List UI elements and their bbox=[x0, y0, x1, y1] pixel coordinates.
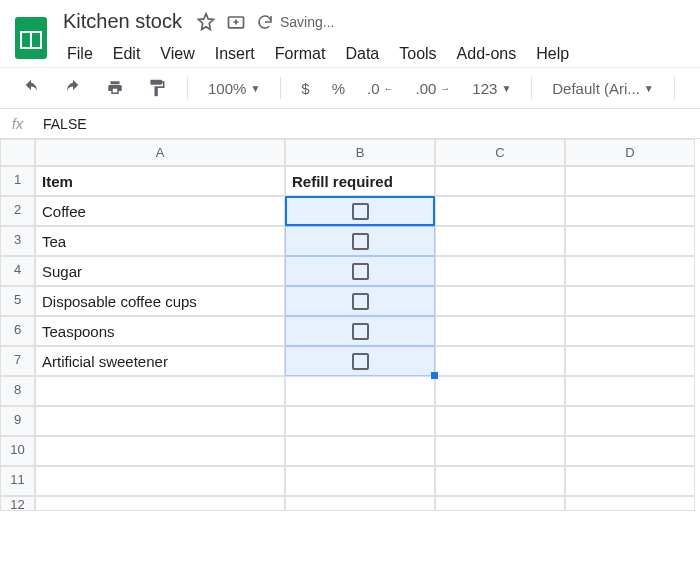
formula-input[interactable]: FALSE bbox=[35, 110, 700, 138]
cell-a8[interactable] bbox=[35, 376, 285, 406]
row-header-4[interactable]: 4 bbox=[0, 256, 35, 286]
move-icon[interactable] bbox=[226, 12, 246, 32]
cell-b10[interactable] bbox=[285, 436, 435, 466]
cell-b9[interactable] bbox=[285, 406, 435, 436]
toolbar: 100% ▼ $ % .0← .00→ 123▼ Default (Ari...… bbox=[0, 67, 700, 109]
fx-icon: fx bbox=[0, 109, 35, 138]
cell-c6[interactable] bbox=[435, 316, 565, 346]
cell-a6[interactable]: Teaspoons bbox=[35, 316, 285, 346]
cell-c12[interactable] bbox=[435, 496, 565, 511]
row-header-10[interactable]: 10 bbox=[0, 436, 35, 466]
cell-d3[interactable] bbox=[565, 226, 695, 256]
cell-d7[interactable] bbox=[565, 346, 695, 376]
paint-format-button[interactable] bbox=[141, 74, 173, 102]
cell-b7[interactable] bbox=[285, 346, 435, 376]
menu-file[interactable]: File bbox=[59, 41, 101, 67]
row-header-6[interactable]: 6 bbox=[0, 316, 35, 346]
row-header-2[interactable]: 2 bbox=[0, 196, 35, 226]
cell-c8[interactable] bbox=[435, 376, 565, 406]
menu-edit[interactable]: Edit bbox=[105, 41, 149, 67]
cell-b6[interactable] bbox=[285, 316, 435, 346]
cell-c10[interactable] bbox=[435, 436, 565, 466]
number-format[interactable]: 123▼ bbox=[466, 76, 517, 101]
cell-c1[interactable] bbox=[435, 166, 565, 196]
cell-c9[interactable] bbox=[435, 406, 565, 436]
row-header-5[interactable]: 5 bbox=[0, 286, 35, 316]
menu-addons[interactable]: Add-ons bbox=[449, 41, 525, 67]
menu-tools[interactable]: Tools bbox=[391, 41, 444, 67]
cell-b8[interactable] bbox=[285, 376, 435, 406]
cell-a7[interactable]: Artificial sweetener bbox=[35, 346, 285, 376]
cell-a12[interactable] bbox=[35, 496, 285, 511]
cell-c4[interactable] bbox=[435, 256, 565, 286]
cell-a2[interactable]: Coffee bbox=[35, 196, 285, 226]
cell-b11[interactable] bbox=[285, 466, 435, 496]
checkbox-icon[interactable] bbox=[352, 203, 369, 220]
cell-d1[interactable] bbox=[565, 166, 695, 196]
cell-d5[interactable] bbox=[565, 286, 695, 316]
row-header-11[interactable]: 11 bbox=[0, 466, 35, 496]
row-header-8[interactable]: 8 bbox=[0, 376, 35, 406]
cell-c2[interactable] bbox=[435, 196, 565, 226]
row-header-7[interactable]: 7 bbox=[0, 346, 35, 376]
checkbox-icon[interactable] bbox=[352, 293, 369, 310]
cell-b4[interactable] bbox=[285, 256, 435, 286]
cell-a9[interactable] bbox=[35, 406, 285, 436]
row-header-12[interactable]: 12 bbox=[0, 496, 35, 511]
menu-data[interactable]: Data bbox=[337, 41, 387, 67]
format-percent[interactable]: % bbox=[326, 76, 351, 101]
document-title[interactable]: Kitchen stock bbox=[59, 8, 186, 35]
menu-help[interactable]: Help bbox=[528, 41, 577, 67]
cell-a4[interactable]: Sugar bbox=[35, 256, 285, 286]
checkbox-icon[interactable] bbox=[352, 233, 369, 250]
col-header-b[interactable]: B bbox=[285, 139, 435, 166]
col-header-c[interactable]: C bbox=[435, 139, 565, 166]
cell-b1[interactable]: Refill required bbox=[285, 166, 435, 196]
decrease-decimal[interactable]: .0← bbox=[361, 76, 400, 101]
row-header-3[interactable]: 3 bbox=[0, 226, 35, 256]
checkbox-icon[interactable] bbox=[352, 323, 369, 340]
row-header-1[interactable]: 1 bbox=[0, 166, 35, 196]
cell-b5[interactable] bbox=[285, 286, 435, 316]
cell-c11[interactable] bbox=[435, 466, 565, 496]
col-header-d[interactable]: D bbox=[565, 139, 695, 166]
cell-d8[interactable] bbox=[565, 376, 695, 406]
cell-d6[interactable] bbox=[565, 316, 695, 346]
cell-a10[interactable] bbox=[35, 436, 285, 466]
row-header-9[interactable]: 9 bbox=[0, 406, 35, 436]
select-all-corner[interactable] bbox=[0, 139, 35, 166]
cell-a5[interactable]: Disposable coffee cups bbox=[35, 286, 285, 316]
formula-bar: fx FALSE bbox=[0, 109, 700, 139]
menu-view[interactable]: View bbox=[152, 41, 202, 67]
cell-d4[interactable] bbox=[565, 256, 695, 286]
cell-a3[interactable]: Tea bbox=[35, 226, 285, 256]
font-select[interactable]: Default (Ari... ▼ bbox=[546, 76, 659, 101]
cell-b3[interactable] bbox=[285, 226, 435, 256]
cell-a11[interactable] bbox=[35, 466, 285, 496]
cell-d2[interactable] bbox=[565, 196, 695, 226]
cell-d9[interactable] bbox=[565, 406, 695, 436]
menu-format[interactable]: Format bbox=[267, 41, 334, 67]
cell-b2[interactable] bbox=[285, 196, 435, 226]
cell-b12[interactable] bbox=[285, 496, 435, 511]
cell-c5[interactable] bbox=[435, 286, 565, 316]
star-icon[interactable] bbox=[196, 12, 216, 32]
cell-d12[interactable] bbox=[565, 496, 695, 511]
col-header-a[interactable]: A bbox=[35, 139, 285, 166]
menu-insert[interactable]: Insert bbox=[207, 41, 263, 67]
checkbox-icon[interactable] bbox=[352, 263, 369, 280]
cell-d11[interactable] bbox=[565, 466, 695, 496]
increase-decimal[interactable]: .00→ bbox=[409, 76, 456, 101]
zoom-select[interactable]: 100% ▼ bbox=[202, 76, 266, 101]
format-currency[interactable]: $ bbox=[295, 76, 315, 101]
cell-c7[interactable] bbox=[435, 346, 565, 376]
print-button[interactable] bbox=[99, 75, 131, 101]
cell-d10[interactable] bbox=[565, 436, 695, 466]
menu-bar: File Edit View Insert Format Data Tools … bbox=[59, 41, 577, 67]
spreadsheet-grid[interactable]: A B C D 1 Item Refill required 2 Coffee … bbox=[0, 139, 700, 511]
checkbox-icon[interactable] bbox=[352, 353, 369, 370]
cell-c3[interactable] bbox=[435, 226, 565, 256]
cell-a1[interactable]: Item bbox=[35, 166, 285, 196]
undo-button[interactable] bbox=[15, 75, 47, 101]
redo-button[interactable] bbox=[57, 75, 89, 101]
